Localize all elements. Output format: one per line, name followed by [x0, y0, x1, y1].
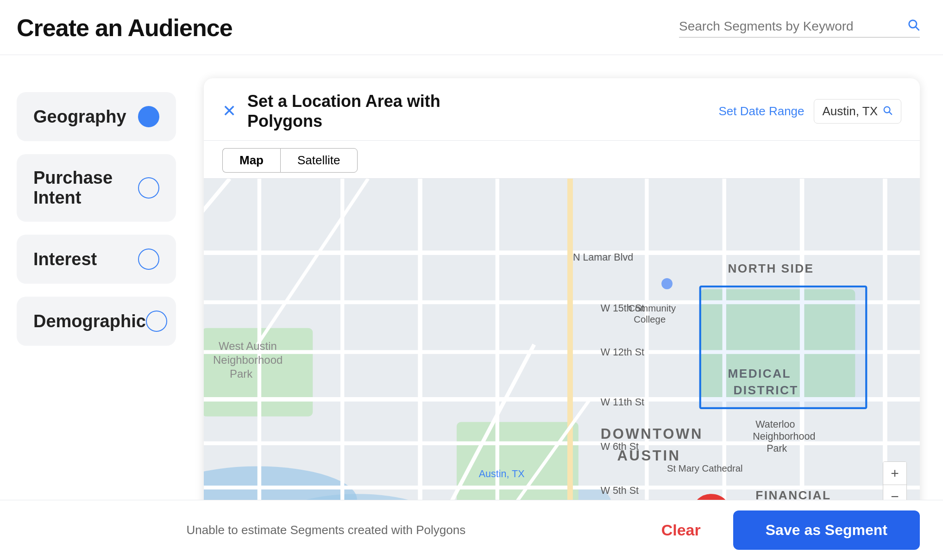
location-search[interactable]: Austin, TX: [814, 99, 901, 124]
svg-rect-21: [418, 179, 422, 555]
svg-text:Community: Community: [628, 303, 676, 313]
location-search-icon: [882, 104, 893, 118]
sidebar: Geography Purchase Intent Interest Demog…: [0, 55, 195, 555]
svg-text:Park: Park: [767, 443, 787, 454]
svg-line-1: [916, 27, 918, 30]
svg-point-51: [661, 278, 673, 289]
svg-text:W 11th St: W 11th St: [601, 397, 644, 408]
svg-text:St Mary Cathedral: St Mary Cathedral: [667, 464, 743, 474]
footer-bar: Unable to estimate Segments created with…: [0, 500, 943, 560]
location-text: Austin, TX: [823, 104, 878, 118]
svg-text:W 12th St: W 12th St: [601, 347, 644, 358]
map-title-section: ✕ Set a Location Area with Polygons: [222, 91, 440, 131]
svg-text:College: College: [634, 314, 666, 324]
radio-purchase-intent[interactable]: [138, 177, 159, 199]
svg-rect-19: [258, 179, 261, 555]
map-view-toggle: Map Satellite: [204, 141, 920, 179]
main-content: Geography Purchase Intent Interest Demog…: [0, 55, 943, 555]
svg-text:Park: Park: [230, 368, 252, 380]
map-view-satellite-button[interactable]: Satellite: [280, 148, 358, 173]
svg-text:West Austin: West Austin: [219, 340, 277, 353]
sidebar-item-demographic[interactable]: Demographic: [17, 297, 176, 346]
svg-text:Neighborhood: Neighborhood: [213, 354, 283, 367]
svg-line-3: [889, 112, 892, 114]
set-date-range-button[interactable]: Set Date Range: [719, 104, 805, 118]
svg-rect-20: [340, 179, 344, 555]
search-container: [679, 18, 920, 37]
radio-interest[interactable]: [138, 249, 159, 270]
svg-rect-23: [567, 179, 573, 555]
svg-rect-68: [700, 286, 867, 408]
map-card-header: ✕ Set a Location Area with Polygons Set …: [204, 78, 920, 141]
map-view-map-button[interactable]: Map: [222, 148, 280, 173]
radio-geography[interactable]: [138, 106, 159, 127]
save-as-segment-button[interactable]: Save as Segment: [733, 510, 920, 550]
svg-text:Neighborhood: Neighborhood: [753, 431, 815, 442]
map-title: Set a Location Area with Polygons: [247, 91, 440, 131]
svg-rect-11: [204, 251, 920, 255]
svg-text:DOWNTOWN: DOWNTOWN: [601, 426, 703, 442]
svg-text:AUSTIN: AUSTIN: [617, 448, 681, 464]
svg-text:N Lamar Blvd: N Lamar Blvd: [573, 252, 633, 263]
radio-demographic[interactable]: [146, 311, 167, 332]
svg-text:W 5th St: W 5th St: [601, 485, 639, 497]
search-input[interactable]: [679, 19, 902, 34]
close-button[interactable]: ✕: [222, 103, 236, 119]
header: Create an Audience: [0, 0, 943, 55]
sidebar-item-purchase-intent[interactable]: Purchase Intent: [17, 154, 176, 222]
svg-text:Austin, TX: Austin, TX: [479, 469, 525, 480]
svg-rect-24: [645, 179, 648, 555]
sidebar-item-geography[interactable]: Geography: [17, 92, 176, 141]
page-title: Create an Audience: [17, 14, 233, 42]
sidebar-item-interest[interactable]: Interest: [17, 235, 176, 284]
map-svg: W 15th St W 12th St W 11th St W 6th St W…: [204, 179, 920, 555]
svg-text:NORTH SIDE: NORTH SIDE: [728, 262, 814, 276]
clear-button[interactable]: Clear: [643, 512, 719, 548]
svg-text:Waterloo: Waterloo: [755, 419, 795, 430]
map-card: ✕ Set a Location Area with Polygons Set …: [204, 78, 920, 555]
zoom-in-button[interactable]: +: [883, 462, 906, 485]
svg-rect-22: [496, 179, 499, 555]
map-controls-right: Set Date Range Austin, TX: [719, 99, 901, 124]
map-area[interactable]: W 15th St W 12th St W 11th St W 6th St W…: [204, 179, 920, 555]
footer-message: Unable to estimate Segments created with…: [23, 523, 629, 537]
map-panel: ✕ Set a Location Area with Polygons Set …: [195, 55, 943, 555]
search-icon: [907, 18, 920, 34]
